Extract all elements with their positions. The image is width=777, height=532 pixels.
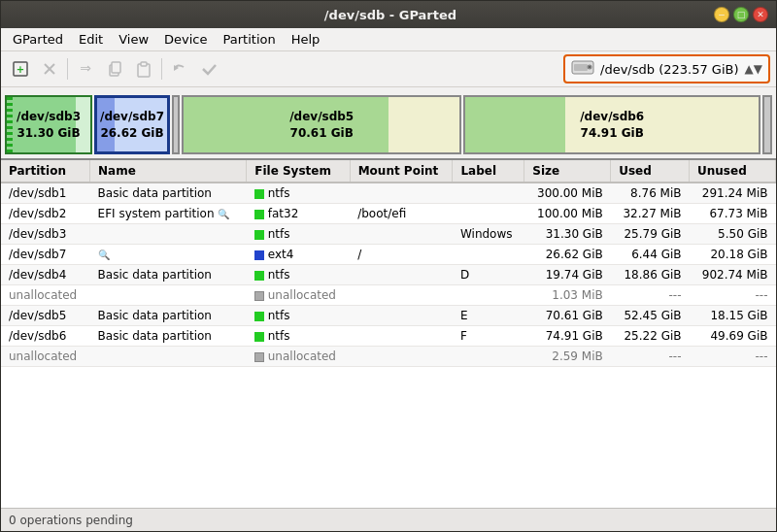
cell-name: Basic data partition [90, 306, 247, 326]
disk-label: /dev/sdb (223.57 GiB) [600, 62, 738, 77]
cell-filesystem: ntfs [247, 183, 350, 204]
delete-button[interactable] [36, 55, 63, 83]
cell-partition: /dev/sdb7 [1, 245, 90, 265]
cell-unused: 18.15 GiB [690, 306, 776, 326]
cell-size: 19.74 GiB [524, 265, 611, 285]
table-row[interactable]: /dev/sdb2 EFI system partition 🔍 fat32 /… [1, 204, 776, 224]
close-button[interactable]: ✕ [753, 7, 768, 22]
menubar: GParted Edit View Device Partition Help [1, 28, 776, 51]
cell-used: 52.45 GiB [611, 306, 690, 326]
statusbar: 0 operations pending [1, 508, 776, 531]
partition-label-sdb5: /dev/sdb570.61 GiB [289, 109, 354, 142]
table-row[interactable]: /dev/sdb3 ntfs Windows 31.30 GiB 25.79 G… [1, 224, 776, 245]
cell-unused: 291.24 MiB [690, 183, 776, 204]
cell-mountpoint [350, 347, 453, 367]
cell-filesystem: fat32 [247, 204, 350, 224]
resize-button[interactable]: ⇒ [72, 55, 99, 83]
partition-block-unalloc2 [762, 95, 772, 154]
menu-help[interactable]: Help [284, 30, 328, 49]
cell-used: 18.86 GiB [611, 265, 690, 285]
table-row[interactable]: unallocated unallocated 1.03 MiB --- --- [1, 285, 776, 306]
cell-used: 25.79 GiB [611, 224, 690, 245]
partition-block-sdb7[interactable]: /dev/sdb726.62 GiB [94, 95, 170, 154]
table-row[interactable]: /dev/sdb6 Basic data partition ntfs F 74… [1, 326, 776, 347]
cell-label [453, 183, 524, 204]
cell-label: F [453, 326, 524, 347]
cell-mountpoint: /boot/efi [350, 204, 453, 224]
cell-unused: 5.50 GiB [690, 224, 776, 245]
minimize-button[interactable]: − [714, 7, 729, 22]
cell-filesystem: ntfs [247, 326, 350, 347]
disk-selector[interactable]: /dev/sdb (223.57 GiB) ▲▼ [563, 54, 770, 83]
partition-block-sdb6[interactable]: /dev/sdb674.91 GiB [463, 95, 760, 154]
cell-name [90, 285, 247, 306]
cell-filesystem: unallocated [247, 347, 350, 367]
cell-label: E [453, 306, 524, 326]
svg-rect-6 [112, 62, 120, 73]
cell-used: 25.22 GiB [611, 326, 690, 347]
paste-button[interactable] [130, 55, 157, 83]
cell-filesystem: ntfs [247, 265, 350, 285]
cell-filesystem: ext4 [247, 245, 350, 265]
menu-gparted[interactable]: GParted [5, 30, 71, 49]
col-unused: Unused [690, 160, 776, 183]
disk-map: /dev/sdb331.30 GiB /dev/sdb726.62 GiB /d… [1, 87, 776, 160]
cell-partition: unallocated [1, 347, 90, 367]
col-label: Label [453, 160, 524, 183]
cell-used: 32.27 MiB [611, 204, 690, 224]
table-row[interactable]: /dev/sdb4 Basic data partition ntfs D 19… [1, 265, 776, 285]
partition-block-unalloc1 [172, 95, 180, 154]
col-mountpoint: Mount Point [350, 160, 453, 183]
cell-name: 🔍 [90, 245, 247, 265]
apply-button[interactable] [195, 55, 222, 83]
cell-mountpoint [350, 306, 453, 326]
col-filesystem: File System [247, 160, 350, 183]
table-row[interactable]: /dev/sdb1 Basic data partition ntfs 300.… [1, 183, 776, 204]
col-name: Name [90, 160, 247, 183]
status-text: 0 operations pending [9, 514, 133, 527]
cell-name: Basic data partition [90, 183, 247, 204]
menu-partition[interactable]: Partition [216, 30, 284, 49]
cell-unused: 49.69 GiB [690, 326, 776, 347]
partition-block-sdb5[interactable]: /dev/sdb570.61 GiB [182, 95, 461, 154]
cell-size: 300.00 MiB [524, 183, 611, 204]
copy-button[interactable] [101, 55, 128, 83]
cell-size: 74.91 GiB [524, 326, 611, 347]
cell-used: --- [611, 285, 690, 306]
cell-size: 100.00 MiB [524, 204, 611, 224]
table-row[interactable]: /dev/sdb7 🔍 ext4 / 26.62 GiB 6.44 GiB 20… [1, 245, 776, 265]
toolbar: + ⇒ /dev/sdb (223.57 GiB) ▲▼ [1, 51, 776, 87]
window-title: /dev/sdb - GParted [67, 8, 714, 22]
cell-label [453, 204, 524, 224]
cell-used: 8.76 MiB [611, 183, 690, 204]
table-row[interactable]: /dev/sdb5 Basic data partition ntfs E 70… [1, 306, 776, 326]
menu-edit[interactable]: Edit [71, 30, 111, 49]
partition-table-area[interactable]: Partition Name File System Mount Point L… [1, 160, 776, 508]
partition-block-sdb3[interactable]: /dev/sdb331.30 GiB [5, 95, 92, 154]
disk-icon [571, 58, 594, 80]
svg-point-13 [589, 66, 591, 68]
table-row[interactable]: unallocated unallocated 2.59 MiB --- --- [1, 347, 776, 367]
maximize-button[interactable]: □ [733, 7, 749, 22]
menu-view[interactable]: View [111, 30, 156, 49]
col-partition: Partition [1, 160, 90, 183]
cell-partition: /dev/sdb2 [1, 204, 90, 224]
partition-label-sdb6: /dev/sdb674.91 GiB [580, 109, 644, 142]
cell-name: Basic data partition [90, 326, 247, 347]
separator-2 [161, 58, 162, 80]
cell-unused: --- [690, 347, 776, 367]
cell-filesystem: unallocated [247, 285, 350, 306]
new-partition-button[interactable]: + [7, 55, 34, 83]
cell-name: Basic data partition [90, 265, 247, 285]
cell-mountpoint [350, 183, 453, 204]
col-size: Size [524, 160, 611, 183]
partition-label-sdb3: /dev/sdb331.30 GiB [17, 109, 81, 142]
table-body: /dev/sdb1 Basic data partition ntfs 300.… [1, 183, 776, 367]
cell-name: EFI system partition 🔍 [90, 204, 247, 224]
cell-partition: /dev/sdb6 [1, 326, 90, 347]
cell-size: 2.59 MiB [524, 347, 611, 367]
menu-device[interactable]: Device [156, 30, 215, 49]
undo-button[interactable] [166, 55, 193, 83]
partition-label-sdb7: /dev/sdb726.62 GiB [100, 109, 164, 142]
cell-unused: 902.74 MiB [690, 265, 776, 285]
